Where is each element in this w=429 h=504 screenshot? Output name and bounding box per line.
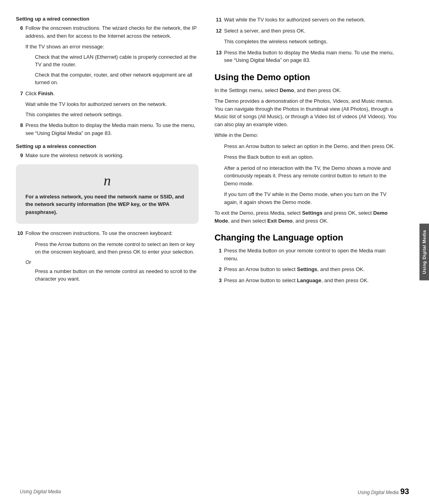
wireless-heading: Setting up a wireless connection — [16, 143, 199, 149]
language-bold: Language — [297, 277, 321, 283]
settings-bold: Settings — [297, 266, 317, 272]
step-7-wait: Wait while the TV looks for authorized s… — [25, 100, 199, 118]
demo-intro2: The Demo provides a demonstration of the… — [214, 97, 397, 128]
lang-step-3-num: 3 — [214, 277, 222, 285]
step-12-completes: This completes the wireless network sett… — [224, 38, 397, 46]
demo-bullet-4: If you turn off the TV while in the Demo… — [224, 190, 397, 206]
lang-step-3: 3 Press an Arrow button to select Langua… — [214, 277, 397, 285]
demo-exit-bold2: Demo Mode — [214, 210, 388, 224]
lang-step-2: 2 Press an Arrow button to select Settin… — [214, 265, 397, 273]
step-10-or: Or — [25, 259, 199, 265]
lang-step-1-num: 1 — [214, 247, 222, 262]
demo-bullet-3: After a period of no interaction with th… — [224, 164, 397, 188]
demo-intro1: In the Settings menu, select Demo, and t… — [214, 87, 397, 94]
language-heading: Changing the Language option — [214, 233, 397, 243]
step-9: 9 Make sure the wireless network is work… — [16, 152, 199, 160]
step-10-num: 10 — [16, 229, 23, 237]
footer: Using Digital Media Using Digital Media … — [0, 487, 429, 496]
step-8-text: Press the Media button to display the Me… — [25, 121, 199, 137]
lang-step-2-text: Press an Arrow button to select Settings… — [224, 265, 397, 273]
step-12-num: 12 — [214, 27, 222, 35]
lang-step-1: 1 Press the Media button on your remote … — [214, 247, 397, 262]
step-12-completes-text: This completes the wireless network sett… — [224, 38, 397, 46]
step-9-text: Make sure the wireless network is workin… — [25, 152, 199, 160]
step-10-number: Press a number button on the remote cont… — [35, 267, 199, 283]
step-6: 6 Follow the onscreen instructions. The … — [16, 24, 199, 40]
left-column: Setting up a wired connection 6 Follow t… — [16, 16, 199, 287]
footer-page-num: 93 — [400, 487, 409, 496]
error-check-1: Check that the wired LAN (Ethernet) cabl… — [35, 53, 199, 69]
lang-step-1-text: Press the Media button on your remote co… — [224, 247, 397, 262]
step-8: 8 Press the Media button to display the … — [16, 121, 199, 137]
note-icon: n — [25, 172, 189, 189]
error-check-2: Check that the computer, router, and oth… — [35, 71, 199, 87]
demo-exit: To exit the Demo, press Media, select Se… — [214, 209, 397, 225]
step-7-wait-text: Wait while the TV looks for authorized s… — [25, 100, 199, 108]
demo-bullet-2: Press the Back button to exit an option. — [224, 153, 397, 161]
demo-while: While in the Demo: — [214, 131, 397, 139]
right-column: 11 Wait while the TV looks for authorize… — [214, 16, 397, 287]
demo-bold: Demo — [280, 87, 294, 93]
step-12: 12 Select a server, and then press OK. — [214, 27, 397, 35]
step-7-completes: This completes the wired network setting… — [25, 111, 199, 119]
footer-label-left: Using Digital Media — [20, 489, 61, 494]
note-box: n For a wireless network, you need the n… — [16, 164, 199, 224]
page: Setting up a wired connection 6 Follow t… — [0, 0, 429, 504]
step-6-text: Follow the onscreen instructions. The wi… — [25, 24, 199, 40]
footer-right: Using Digital Media 93 — [358, 487, 409, 496]
note-text: For a wireless network, you need the net… — [25, 193, 189, 216]
wired-heading: Setting up a wired connection — [16, 16, 199, 22]
sidebar-tab: Using Digital Media — [419, 224, 429, 281]
step-11: 11 Wait while the TV looks for authorize… — [214, 16, 397, 24]
step-7-text: Click Finish. — [25, 90, 199, 98]
footer-label: Using Digital Media — [358, 490, 398, 495]
step-6-num: 6 — [16, 24, 23, 40]
step-13-text: Press the Media button to display the Me… — [224, 49, 397, 64]
step-10: 10 Follow the onscreen instructions. To … — [16, 229, 199, 237]
step-8-num: 8 — [16, 121, 23, 137]
step-13-num: 13 — [214, 49, 222, 64]
lang-step-2-num: 2 — [214, 265, 222, 273]
error-block: If the TV shows an error message: Check … — [25, 43, 199, 87]
step-10-press: Press the Arrow buttons on the remote co… — [35, 240, 199, 256]
demo-exit-bold3: Exit Demo — [267, 218, 293, 224]
step-13: 13 Press the Media button to display the… — [214, 49, 397, 64]
step-9-num: 9 — [16, 152, 23, 160]
lang-step-3-text: Press an Arrow button to select Language… — [224, 277, 397, 285]
error-intro: If the TV shows an error message: — [25, 43, 199, 51]
step-11-text: Wait while the TV looks for authorized s… — [224, 16, 397, 24]
finish-bold: Finish — [38, 90, 53, 96]
step-7-num: 7 — [16, 90, 23, 98]
step-12-text: Select a server, and then press OK. — [224, 27, 397, 35]
demo-exit-bold1: Settings — [302, 210, 322, 216]
step-10-text: Follow the onscreen instructions. To use… — [25, 229, 199, 237]
demo-heading: Using the Demo option — [214, 72, 397, 83]
step-11-num: 11 — [214, 16, 222, 24]
step-7: 7 Click Finish. — [16, 90, 199, 98]
demo-bullet-1: Press an Arrow button to select an optio… — [224, 142, 397, 150]
